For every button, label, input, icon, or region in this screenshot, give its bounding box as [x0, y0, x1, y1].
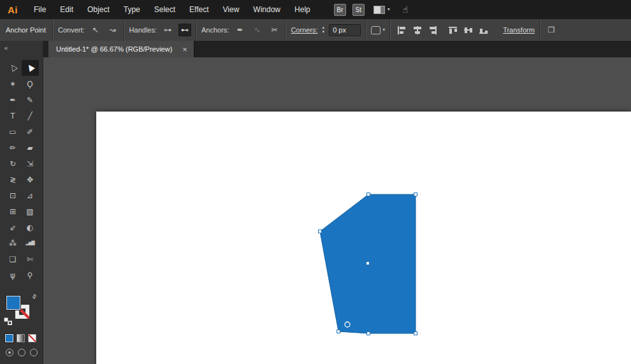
eyedropper-tool-icon: ⇙	[10, 224, 16, 231]
anchor-point[interactable]	[367, 193, 370, 196]
vertical-align-top-button[interactable]	[447, 24, 460, 36]
menu-help[interactable]: Help	[287, 5, 317, 14]
selection-tool[interactable]: ▶	[22, 60, 39, 76]
vertical-align-bottom-button[interactable]	[477, 24, 491, 36]
swap-fill-stroke-icon[interactable]: ⇄	[31, 293, 38, 300]
horizontal-align-left-button[interactable]	[395, 24, 409, 36]
gradient-mode-button[interactable]	[17, 334, 25, 342]
eyedropper-tool[interactable]: ⇙	[4, 219, 22, 235]
draw-inside-button[interactable]	[30, 349, 38, 356]
select-similar-icon	[371, 26, 381, 34]
menu-window[interactable]: Window	[246, 5, 287, 14]
corners-stepper[interactable]: ▴ ▾	[323, 25, 325, 34]
anchor-point[interactable]	[367, 332, 370, 335]
paintbrush-tool[interactable]: ✐	[22, 124, 39, 140]
menu-effect[interactable]: Effect	[182, 5, 215, 14]
perspective-grid-tool[interactable]: ⊿	[22, 187, 39, 203]
vertical-align-bottom-icon	[479, 25, 490, 35]
perspective-grid-tool-icon: ⊿	[27, 192, 33, 200]
lasso-tool-icon: Ϙ	[27, 80, 33, 88]
rectangle-tool[interactable]: ▭	[4, 124, 22, 140]
menu-bar: Ai FileEditObjectTypeSelectEffectViewWin…	[0, 0, 631, 19]
menu-view[interactable]: View	[216, 5, 247, 14]
horizontal-align-center-icon	[412, 25, 423, 35]
none-mode-button[interactable]	[28, 334, 36, 342]
shape-builder-tool[interactable]: ⊡	[4, 187, 22, 203]
anchor-point[interactable]	[414, 193, 417, 196]
stepper-down-icon[interactable]: ▾	[323, 30, 325, 34]
eraser-tool[interactable]: ▰	[22, 140, 39, 156]
document-area: Untitled-1* @ 66.67% (RGB/Preview) ×	[43, 41, 631, 364]
draw-normal-button[interactable]	[6, 349, 13, 356]
control-bar: Anchor Point Convert: ↖ ↝ Handles: ⊶ ⊷ A…	[0, 19, 631, 41]
draw-behind-button[interactable]	[18, 349, 25, 356]
connect-endpoints-icon: ∿	[254, 25, 260, 34]
chevron-down-icon: ▾	[382, 27, 385, 33]
zoom-tool[interactable]: ⚲	[22, 267, 39, 283]
gradient-tool[interactable]: ▧	[22, 203, 39, 219]
menu-select[interactable]: Select	[147, 5, 182, 14]
divider	[285, 19, 286, 41]
blend-tool-icon: ◐	[27, 224, 33, 231]
free-transform-tool-icon: ✥	[27, 176, 33, 184]
magic-wand-tool[interactable]: ✶	[4, 76, 22, 92]
color-mode-button[interactable]	[5, 334, 13, 342]
width-tool-icon: ≷	[10, 176, 16, 184]
default-fill-stroke-icon[interactable]	[4, 317, 12, 325]
canvas-area[interactable]	[43, 57, 631, 364]
workspace-switcher[interactable]: ▾	[374, 6, 390, 14]
tab-close-icon[interactable]: ×	[182, 45, 187, 54]
divider	[539, 19, 540, 41]
convert-to-smooth-button[interactable]: ↝	[106, 24, 119, 36]
symbol-sprayer-tool-icon: ⁂	[9, 240, 17, 247]
horizontal-align-center-button[interactable]	[410, 24, 424, 36]
fill-swatch[interactable]	[6, 296, 20, 310]
horizontal-align-right-button[interactable]	[426, 24, 439, 36]
convert-to-corner-button[interactable]: ↖	[89, 24, 102, 36]
free-transform-tool[interactable]: ✥	[22, 171, 39, 187]
symbol-sprayer-tool[interactable]: ⁂	[4, 235, 22, 251]
transform-link[interactable]: Transform	[503, 26, 535, 34]
connect-endpoints-button[interactable]: ∿	[250, 24, 263, 36]
width-tool[interactable]: ≷	[4, 171, 22, 187]
direct-selection-tool[interactable]: ▷	[4, 60, 22, 76]
scale-tool[interactable]: ⇲	[22, 156, 39, 171]
slice-tool[interactable]: ✄	[22, 251, 39, 267]
corners-input[interactable]: 0 px	[329, 24, 361, 36]
shaper-tool[interactable]: ✏	[4, 140, 22, 156]
app-logo: Ai	[8, 4, 18, 15]
corners-link[interactable]: Corners:	[291, 26, 317, 34]
cut-path-button[interactable]: ✂	[268, 24, 280, 36]
line-segment-tool[interactable]: ╱	[22, 108, 39, 124]
select-similar-options-button[interactable]: ▾	[371, 26, 385, 34]
hide-handles-button[interactable]: ⊷	[178, 24, 191, 36]
artboard-tool[interactable]: ❏	[4, 251, 22, 267]
document-tab[interactable]: Untitled-1* @ 66.67% (RGB/Preview) ×	[48, 41, 194, 57]
anchor-point[interactable]	[319, 230, 322, 233]
show-handles-button[interactable]: ⊶	[161, 24, 174, 36]
mesh-tool[interactable]: ⊞	[4, 203, 22, 219]
menu-edit[interactable]: Edit	[53, 5, 80, 14]
pen-tool[interactable]: ✒	[4, 92, 22, 108]
menu-items: FileEditObjectTypeSelectEffectViewWindow…	[27, 5, 317, 14]
tab-title: Untitled-1* @ 66.67% (RGB/Preview)	[56, 45, 172, 53]
collapse-panel-icon[interactable]: «	[4, 44, 8, 52]
type-tool[interactable]: T	[4, 108, 22, 124]
lasso-tool[interactable]: Ϙ	[22, 76, 39, 92]
anchor-point[interactable]	[337, 330, 340, 333]
stock-button[interactable]: St	[352, 4, 365, 16]
curvature-tool[interactable]: ✎	[22, 92, 39, 108]
isolate-selected-object-button[interactable]: ❐	[545, 24, 558, 36]
column-graph-tool[interactable]: ▂▅▇	[22, 235, 39, 251]
touch-workspace-toggle[interactable]: ☝	[403, 4, 409, 15]
rotate-tool[interactable]: ↻	[4, 156, 22, 171]
menu-object[interactable]: Object	[80, 5, 117, 14]
vertical-align-center-button[interactable]	[462, 24, 475, 36]
remove-anchor-button[interactable]: ✒	[233, 24, 246, 36]
anchor-point[interactable]	[414, 332, 417, 335]
hand-tool[interactable]: ψ	[4, 267, 22, 283]
menu-type[interactable]: Type	[117, 5, 147, 14]
bridge-button[interactable]: Br	[334, 4, 346, 16]
menu-file[interactable]: File	[27, 5, 53, 14]
blend-tool[interactable]: ◐	[22, 219, 39, 235]
